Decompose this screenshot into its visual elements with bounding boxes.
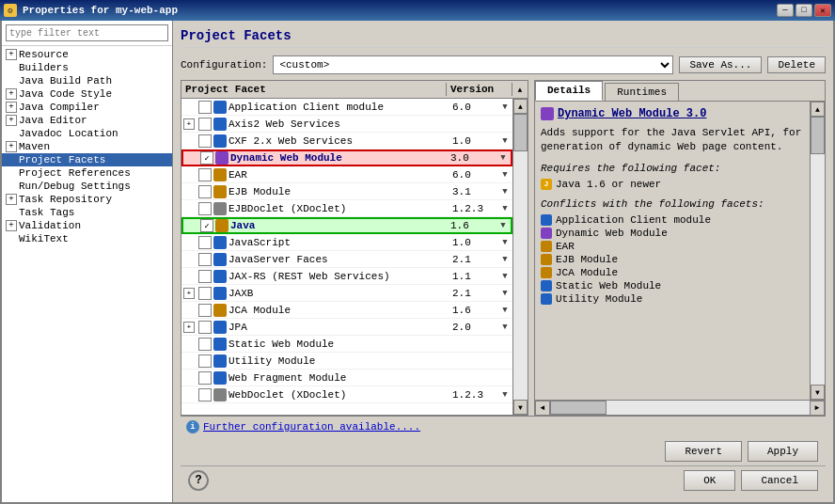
scroll-up-button[interactable]: ▲ bbox=[513, 99, 528, 114]
tab-runtimes[interactable]: Runtimes bbox=[605, 83, 679, 101]
facet-row-axis2[interactable]: + Axis2 Web Services bbox=[181, 116, 512, 133]
facet-checkbox[interactable] bbox=[198, 354, 212, 368]
facet-checkbox[interactable] bbox=[198, 236, 212, 249]
scroll-thumb[interactable] bbox=[513, 114, 528, 151]
facet-checkbox[interactable] bbox=[198, 388, 212, 402]
expand-icon[interactable]: + bbox=[6, 102, 17, 113]
facet-checkbox[interactable] bbox=[198, 371, 212, 385]
facet-checkbox[interactable] bbox=[198, 287, 212, 300]
facet-checkbox[interactable]: ✓ bbox=[200, 151, 213, 165]
sidebar-item-resource[interactable]: + Resource bbox=[2, 48, 172, 61]
maximize-button[interactable]: □ bbox=[796, 4, 812, 17]
scroll-up-button[interactable]: ▲ bbox=[811, 102, 825, 117]
version-dropdown[interactable]: ▼ bbox=[496, 218, 511, 233]
version-dropdown[interactable]: ▼ bbox=[497, 201, 512, 216]
details-scrollbar[interactable]: ▲ ▼ bbox=[810, 102, 825, 400]
cancel-button[interactable]: Cancel bbox=[741, 470, 818, 491]
facet-row-dynamic-web[interactable]: ✓ Dynamic Web Module 3.0 ▼ bbox=[181, 150, 512, 166]
sidebar-item-java-editor[interactable]: + Java Editor bbox=[2, 114, 172, 127]
facet-checkbox[interactable] bbox=[198, 253, 212, 266]
expand-icon[interactable]: + bbox=[6, 115, 17, 126]
version-dropdown[interactable]: ▼ bbox=[497, 235, 512, 250]
ok-button[interactable]: OK bbox=[684, 470, 735, 491]
expand-icon[interactable]: + bbox=[181, 320, 197, 335]
expand-icon[interactable]: + bbox=[6, 49, 17, 60]
scroll-up-btn[interactable]: ▲ bbox=[512, 83, 528, 96]
facet-checkbox[interactable] bbox=[198, 185, 212, 198]
facet-checkbox[interactable] bbox=[198, 270, 212, 283]
revert-button[interactable]: Revert bbox=[665, 441, 742, 462]
sidebar-item-wikitext[interactable]: WikiText bbox=[2, 232, 172, 245]
expand-icon[interactable]: + bbox=[6, 194, 17, 205]
facet-row-java[interactable]: ✓ Java 1.6 ▼ bbox=[181, 217, 512, 234]
facet-row-jca[interactable]: JCA Module 1.6 ▼ bbox=[181, 302, 512, 319]
further-config-link[interactable]: Further configuration available.... bbox=[203, 421, 420, 433]
facet-row-static-web[interactable]: Static Web Module bbox=[181, 336, 512, 353]
facet-row-app-client[interactable]: Application Client module 6.0 ▼ bbox=[181, 99, 512, 116]
sidebar-item-task-tags[interactable]: Task Tags bbox=[2, 206, 172, 219]
version-dropdown[interactable]: ▼ bbox=[497, 134, 512, 149]
facet-row-jaxb[interactable]: + JAXB 2.1 ▼ bbox=[181, 285, 512, 302]
facet-checkbox[interactable] bbox=[198, 101, 212, 114]
version-dropdown[interactable]: ▼ bbox=[497, 184, 512, 199]
facet-checkbox[interactable]: ✓ bbox=[200, 219, 213, 232]
sidebar-item-java-compiler[interactable]: + Java Compiler bbox=[2, 101, 172, 114]
facet-row-jsf[interactable]: JavaServer Faces 2.1 ▼ bbox=[181, 251, 512, 268]
facet-row-javascript[interactable]: JavaScript 1.0 ▼ bbox=[181, 234, 512, 251]
scroll-left-button[interactable]: ◄ bbox=[535, 401, 550, 416]
apply-button[interactable]: Apply bbox=[748, 441, 818, 462]
version-dropdown[interactable] bbox=[497, 117, 512, 132]
facet-row-ejb[interactable]: EJB Module 3.1 ▼ bbox=[181, 183, 512, 200]
version-dropdown[interactable]: ▼ bbox=[496, 150, 511, 165]
minimize-button[interactable]: — bbox=[777, 4, 794, 17]
facet-row-jax-rs[interactable]: JAX-RS (REST Web Services) 1.1 ▼ bbox=[181, 268, 512, 285]
tab-details[interactable]: Details bbox=[535, 81, 603, 101]
sidebar-item-run-debug[interactable]: Run/Debug Settings bbox=[2, 180, 172, 193]
expand-icon[interactable]: + bbox=[6, 220, 17, 231]
facet-checkbox[interactable] bbox=[198, 202, 212, 215]
sidebar-item-java-code-style[interactable]: + Java Code Style bbox=[2, 87, 172, 101]
facet-row-webdoclet[interactable]: WebDoclet (XDoclet) 1.2.3 ▼ bbox=[181, 386, 512, 403]
close-button[interactable]: ✕ bbox=[814, 4, 831, 17]
help-button[interactable]: ? bbox=[188, 470, 209, 491]
facets-scrollbar[interactable]: ▲ ▼ bbox=[512, 99, 528, 415]
sidebar-item-maven[interactable]: + Maven bbox=[2, 140, 172, 153]
scroll-down-button[interactable]: ▼ bbox=[811, 385, 825, 400]
sidebar-item-javadoc-location[interactable]: Javadoc Location bbox=[2, 127, 172, 140]
expand-icon[interactable]: + bbox=[6, 88, 17, 100]
facet-row-utility[interactable]: Utility Module bbox=[181, 353, 512, 370]
facet-checkbox[interactable] bbox=[198, 118, 212, 131]
sidebar-item-project-references[interactable]: Project References bbox=[2, 166, 172, 180]
facet-checkbox[interactable] bbox=[198, 338, 212, 351]
expand-icon[interactable]: + bbox=[181, 117, 197, 132]
expand-icon[interactable]: + bbox=[6, 141, 17, 152]
scroll-right-button[interactable]: ► bbox=[810, 401, 825, 416]
sidebar-item-project-facets[interactable]: Project Facets bbox=[2, 153, 172, 166]
sidebar-item-task-repository[interactable]: + Task Repository bbox=[2, 193, 172, 206]
facet-row-cxf[interactable]: CXF 2.x Web Services 1.0 ▼ bbox=[181, 133, 512, 150]
version-dropdown[interactable]: ▼ bbox=[497, 167, 512, 182]
version-dropdown[interactable]: ▼ bbox=[497, 269, 512, 284]
facet-row-web-fragment[interactable]: Web Fragment Module bbox=[181, 370, 512, 386]
scroll-thumb[interactable] bbox=[811, 117, 825, 154]
version-dropdown[interactable]: ▼ bbox=[497, 100, 512, 115]
version-dropdown[interactable]: ▼ bbox=[497, 320, 512, 335]
facet-checkbox[interactable] bbox=[198, 134, 212, 148]
facet-row-ejbdoclet[interactable]: EJBDoclet (XDoclet) 1.2.3 ▼ bbox=[181, 200, 512, 217]
facet-row-jpa[interactable]: + JPA 2.0 ▼ bbox=[181, 319, 512, 336]
expand-icon[interactable]: + bbox=[181, 286, 197, 301]
save-as-button[interactable]: Save As... bbox=[679, 56, 762, 73]
version-dropdown[interactable]: ▼ bbox=[497, 286, 512, 301]
facet-checkbox[interactable] bbox=[198, 304, 212, 317]
version-dropdown[interactable]: ▼ bbox=[497, 303, 512, 318]
config-select[interactable]: <custom> bbox=[273, 55, 673, 74]
version-dropdown[interactable]: ▼ bbox=[497, 252, 512, 267]
version-dropdown[interactable]: ▼ bbox=[497, 387, 512, 402]
scroll-down-button[interactable]: ▼ bbox=[513, 400, 528, 415]
sidebar-item-builders[interactable]: Builders bbox=[2, 61, 172, 74]
delete-button[interactable]: Delete bbox=[767, 56, 826, 73]
h-scroll-thumb[interactable] bbox=[550, 401, 607, 415]
h-scrollbar[interactable]: ◄ ► bbox=[535, 400, 825, 415]
facet-checkbox[interactable] bbox=[198, 321, 212, 334]
filter-input[interactable] bbox=[6, 24, 168, 41]
